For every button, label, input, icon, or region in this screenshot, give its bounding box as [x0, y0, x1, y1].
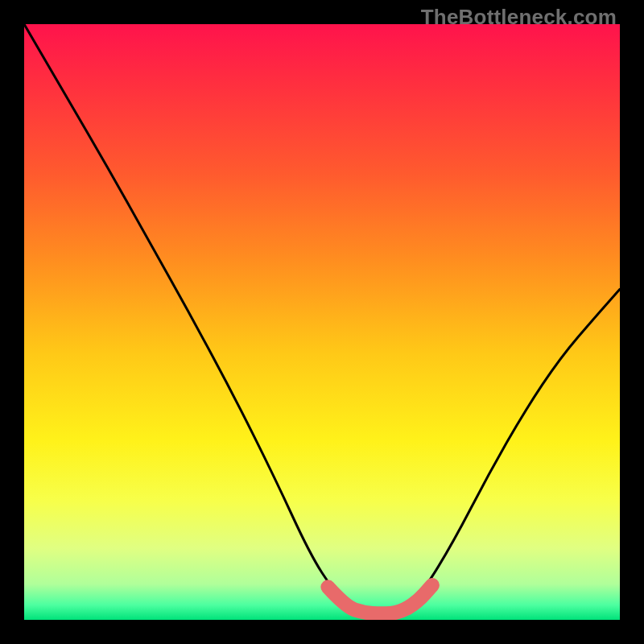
optimal-range-marker	[328, 585, 432, 613]
plot-area	[24, 24, 620, 620]
curve-layer	[24, 24, 620, 620]
watermark-text: TheBottleneck.com	[421, 5, 617, 30]
chart-frame: { "watermark": "TheBottleneck.com", "col…	[0, 0, 644, 644]
bottleneck-curve	[24, 24, 620, 613]
